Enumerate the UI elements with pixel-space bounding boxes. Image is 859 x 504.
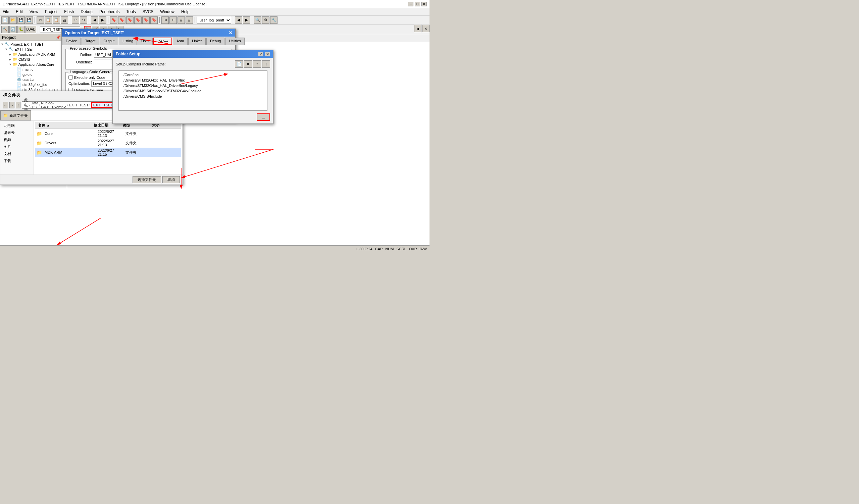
menu-view[interactable]: View — [28, 9, 40, 14]
folder-new-btn[interactable]: 📄 — [235, 60, 243, 68]
redo-btn[interactable]: ↪ — [80, 16, 87, 24]
menu-flash[interactable]: Flash — [63, 9, 75, 14]
tab-device[interactable]: Device — [62, 37, 81, 45]
sidebar-downloads[interactable]: 下载 — [2, 157, 32, 164]
sidebar-docs[interactable]: 文档 — [2, 150, 32, 157]
save-btn[interactable]: 💾 — [17, 16, 25, 24]
options-dialog-close[interactable]: ✕ — [228, 30, 232, 35]
menu-debug[interactable]: Debug — [79, 9, 94, 14]
bookmark4-btn[interactable]: 🔖 — [134, 16, 141, 24]
tab-target[interactable]: Target — [81, 37, 99, 45]
tab-utilities[interactable]: Utilities — [225, 37, 244, 45]
file-back-btn[interactable]: ← — [3, 102, 8, 108]
open-btn[interactable]: 📂 — [10, 16, 17, 24]
crumb-data[interactable]: Data (D:) — [31, 101, 38, 109]
folder-browse-btn[interactable]: ... — [257, 113, 270, 121]
path-item-5[interactable]: ../Drivers/CMSIS/Include — [120, 94, 266, 99]
path-item-2[interactable]: ../Drivers/STM32G4xx_HAL_Driver/Inc — [120, 77, 266, 83]
path-item-4[interactable]: ../Drivers/CMSIS/Device/ST/STM32G4xx/Inc… — [120, 88, 266, 94]
nav-back-btn[interactable]: ◀ — [91, 16, 98, 24]
menu-file[interactable]: File — [1, 9, 11, 14]
tree-exti[interactable]: ▼ 🔧 EXTI_TSET — [1, 47, 66, 52]
build2-btn[interactable]: 🔨 — [1, 26, 9, 33]
file-row-drivers[interactable]: 📁 Drivers 2022/6/27 21:13 文件夹 — [35, 138, 181, 148]
build-btn[interactable]: ⚙ — [262, 16, 269, 24]
tab-output[interactable]: Output — [100, 37, 118, 45]
tree-gpio-c[interactable]: 📄 gpio.c — [1, 72, 66, 77]
folder-help-btn[interactable]: ? — [258, 52, 263, 56]
tree-main-c[interactable]: 📄 main.c — [1, 67, 66, 72]
execute-only-check[interactable] — [69, 75, 73, 79]
menu-edit[interactable]: Edit — [14, 9, 24, 14]
menu-help[interactable]: Help — [180, 9, 191, 14]
menu-svcs[interactable]: SVCS — [141, 9, 155, 14]
menu-tools[interactable]: Tools — [125, 9, 137, 14]
bookmark2-btn[interactable]: 🔖 — [118, 16, 125, 24]
unindent-btn[interactable]: ⇤ — [169, 16, 177, 24]
cut-btn[interactable]: ✂ — [36, 16, 44, 24]
bookmark-btn[interactable]: 🔖 — [110, 16, 118, 24]
save-all-btn[interactable]: 💾 — [26, 16, 33, 24]
tree-cmsis[interactable]: ▶ 📁 CMSIS — [1, 57, 66, 62]
crumb-exti-test[interactable]: EXTI_TEST — [69, 103, 89, 107]
crumb-nucleo[interactable]: Nucleo-G431_Example — [41, 101, 66, 109]
rebuild-btn[interactable]: 🔄 — [10, 26, 17, 33]
menu-window[interactable]: Window — [159, 9, 176, 14]
tree-stm32-it[interactable]: 📄 stm32g4xx_it.c — [1, 82, 66, 87]
new-file-btn[interactable]: 📄 — [1, 16, 9, 24]
new-folder-btn[interactable]: 📁 新建文件夹 — [0, 110, 31, 121]
func-next-btn[interactable]: ▶ — [243, 16, 250, 24]
folder-delete-btn[interactable]: ✕ — [244, 60, 252, 68]
tree-app-mdk[interactable]: ▶ 📁 Application/MDK-ARM — [1, 52, 66, 57]
sidebar-jianguo[interactable]: 坚果云 — [2, 129, 32, 136]
crumb-exti-tset[interactable]: EXTI_TSET — [91, 102, 115, 108]
folder-down-btn[interactable]: ↓ — [262, 60, 270, 68]
debug2-btn[interactable]: 🐛 — [17, 26, 25, 33]
file-up-btn[interactable]: ↑ — [16, 102, 21, 108]
col-name[interactable]: 名称 ▲ — [36, 123, 92, 128]
settings-btn[interactable]: 🔧 — [270, 16, 277, 24]
path-item-3[interactable]: ../Drivers/STM32G4xx_HAL_Driver/Inc/Lega… — [120, 83, 266, 88]
tab-listing[interactable]: Listing — [119, 37, 137, 45]
comment-btn[interactable]: // — [178, 16, 185, 24]
find-btn[interactable]: 🔍 — [254, 16, 261, 24]
function-combo[interactable]: user_log_printf — [197, 17, 231, 24]
menu-project[interactable]: Project — [44, 9, 59, 14]
func-prev-btn[interactable]: ◀ — [235, 16, 242, 24]
select-folder-btn[interactable]: 选择文件夹 — [133, 176, 161, 183]
load-btn[interactable]: LOAD — [26, 26, 36, 33]
bookmark5-btn[interactable]: 🔖 — [142, 16, 150, 24]
tree-app-user[interactable]: ▼ 📁 Application/User/Core — [1, 62, 66, 67]
undo-btn[interactable]: ↩ — [72, 16, 79, 24]
folder-up-btn[interactable]: ↑ — [253, 60, 261, 68]
file-row-core[interactable]: 📁 Core 2022/6/27 21:13 文件夹 — [35, 129, 181, 138]
tree-usart-c[interactable]: ⚙️ usart.c — [1, 77, 66, 82]
tab-asm[interactable]: Asm — [173, 37, 187, 45]
tab-cpp[interactable]: C/C++ — [153, 37, 172, 45]
cancel-btn[interactable]: 取消 — [162, 176, 180, 183]
folder-close-btn[interactable]: ✕ — [265, 52, 270, 56]
paste-btn[interactable]: 📋 — [53, 16, 60, 24]
uncomment-btn[interactable]: // — [185, 16, 193, 24]
tree-root[interactable]: ▼ 🔧 Project: EXTI_TSET — [1, 42, 66, 47]
tab-debug[interactable]: Debug — [206, 37, 225, 45]
menu-peripherals[interactable]: Peripherals — [98, 9, 121, 14]
tab-linker[interactable]: Linker — [188, 37, 206, 45]
copy-btn[interactable]: 📋 — [45, 16, 52, 24]
sidebar-computer[interactable]: 此电脑 — [2, 122, 32, 129]
scrl-indicator: SCRL — [396, 247, 406, 251]
file-fwd-btn[interactable]: → — [10, 102, 14, 108]
maximize-btn[interactable]: □ — [415, 2, 420, 6]
bookmark6-btn[interactable]: 🔖 — [150, 16, 158, 24]
indent-btn[interactable]: ⇥ — [161, 16, 169, 24]
print-btn[interactable]: 🖨 — [61, 16, 68, 24]
sidebar-video[interactable]: 视频 — [2, 136, 32, 143]
bookmark3-btn[interactable]: 🔖 — [126, 16, 134, 24]
file-row-mdk[interactable]: 📁 MDK-ARM 2022/6/27 21:15 文件夹 — [35, 148, 181, 157]
sidebar-pictures[interactable]: 图片 — [2, 143, 32, 150]
close-btn[interactable]: ✕ — [421, 2, 427, 6]
nav-fwd-btn[interactable]: ▶ — [99, 16, 106, 24]
path-item-1[interactable]: ../Core/Inc — [120, 72, 266, 77]
minimize-btn[interactable]: ─ — [408, 2, 413, 6]
tab-user[interactable]: User — [138, 37, 153, 45]
